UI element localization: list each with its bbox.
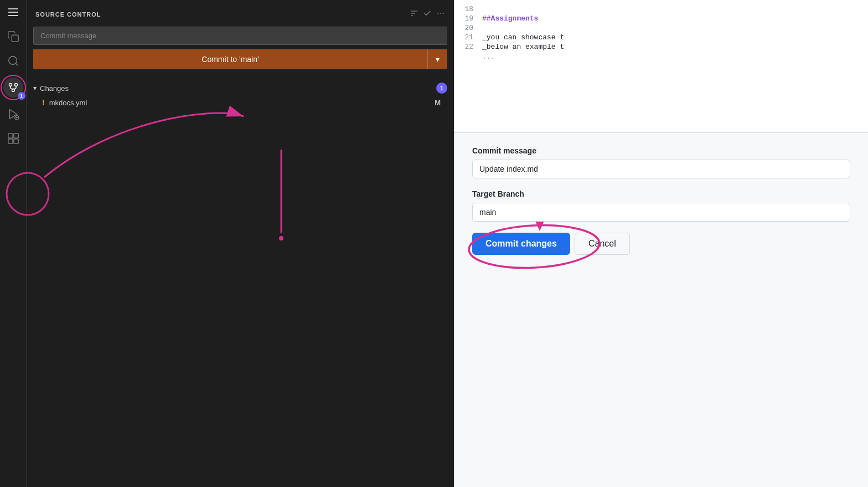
run-debug-icon[interactable] (6, 106, 21, 122)
dialog-actions: Commit changes Cancel (472, 233, 850, 255)
commit-button-wrapper: Commit to 'main' ▾ (33, 49, 447, 69)
svg-point-16 (437, 13, 438, 14)
commit-message-dialog-input[interactable] (472, 160, 850, 178)
code-line-19: 19 ##Assignments (454, 14, 868, 23)
line-number: 19 (454, 14, 482, 23)
commit-message-label: Commit message (472, 146, 850, 155)
file-warning-icon: ! (42, 98, 45, 107)
target-branch-field: Target Branch (472, 189, 850, 222)
commit-dropdown-button[interactable]: ▾ (428, 49, 447, 69)
source-control-icon[interactable]: 1 (3, 78, 23, 98)
cancel-button[interactable]: Cancel (575, 233, 630, 255)
file-status-badge: M (435, 99, 441, 107)
source-control-badge: 1 (18, 92, 25, 100)
line-content: _below an example t (482, 43, 564, 51)
code-section: 18 19 ##Assignments 20 21 _you can showc… (454, 0, 868, 133)
changes-header[interactable]: ▾ Changes 1 (27, 80, 454, 96)
more-options-icon[interactable] (436, 9, 445, 20)
commit-message-field: Commit message (472, 146, 850, 178)
dialog-section: Commit message Target Branch Commit chan… (454, 133, 868, 487)
svg-rect-0 (12, 35, 18, 42)
svg-point-18 (443, 13, 444, 14)
svg-point-4 (14, 84, 17, 86)
line-number: 22 (454, 43, 482, 51)
line-content-heading: ##Assignments (482, 14, 538, 23)
right-panel: 18 19 ##Assignments 20 21 _you can showc… (454, 0, 868, 487)
code-line-21: 21 _you can showcase t (454, 33, 868, 42)
search-icon[interactable] (6, 53, 21, 69)
line-number: 18 (454, 5, 482, 13)
svg-rect-9 (8, 134, 12, 138)
code-line-20: 20 (454, 23, 868, 33)
svg-point-3 (9, 84, 12, 86)
sort-icon[interactable] (410, 9, 418, 20)
commit-message-input[interactable] (33, 27, 447, 45)
file-name: mkdocs.yml (49, 99, 435, 107)
target-branch-input[interactable] (472, 203, 850, 222)
target-branch-label: Target Branch (472, 189, 850, 198)
commit-message-wrapper (33, 27, 447, 45)
sidebar-header: SOURCE CONTROL (27, 4, 454, 27)
copy-icon[interactable] (6, 29, 21, 44)
svg-point-17 (440, 13, 441, 14)
svg-point-1 (8, 57, 17, 65)
changes-label: Changes (40, 84, 436, 93)
line-number: 20 (454, 24, 482, 32)
extensions-icon[interactable] (6, 131, 21, 146)
changes-count-badge: 1 (436, 83, 447, 94)
svg-rect-12 (13, 139, 18, 143)
sidebar-title: SOURCE CONTROL (35, 11, 101, 18)
svg-rect-10 (13, 134, 18, 138)
checkmark-icon[interactable] (423, 9, 432, 20)
code-line-18: 18 (454, 4, 868, 14)
hamburger-icon[interactable] (6, 4, 21, 20)
svg-rect-11 (8, 139, 12, 143)
code-truncated: ... (454, 52, 868, 62)
chevron-down-icon: ▾ (33, 84, 37, 92)
code-line-22: 22 _below an example t (454, 42, 868, 52)
changes-section: ▾ Changes 1 ! mkdocs.yml M (27, 78, 454, 111)
commit-changes-button[interactable]: Commit changes (472, 233, 570, 255)
commit-to-main-button[interactable]: Commit to 'main' (33, 49, 428, 69)
line-number: 21 (454, 33, 482, 42)
file-item-mkdocs[interactable]: ! mkdocs.yml M (27, 96, 454, 109)
line-content: _you can showcase t (482, 33, 564, 42)
